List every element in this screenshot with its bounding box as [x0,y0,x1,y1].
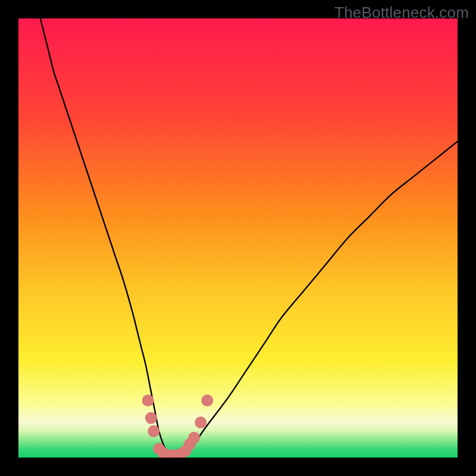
highlight-dot [145,412,157,424]
highlight-dots [142,394,214,458]
chart-frame: TheBottleneck.com [0,0,476,476]
watermark-text: TheBottleneck.com [334,4,469,22]
highlight-dot [188,432,200,444]
highlight-dot [195,416,206,428]
highlight-dot [148,425,159,437]
highlight-dot [142,394,154,406]
highlight-dot [201,394,213,406]
curve-layer [18,18,458,458]
bottleneck-curve [40,18,458,458]
plot-area [18,18,458,458]
